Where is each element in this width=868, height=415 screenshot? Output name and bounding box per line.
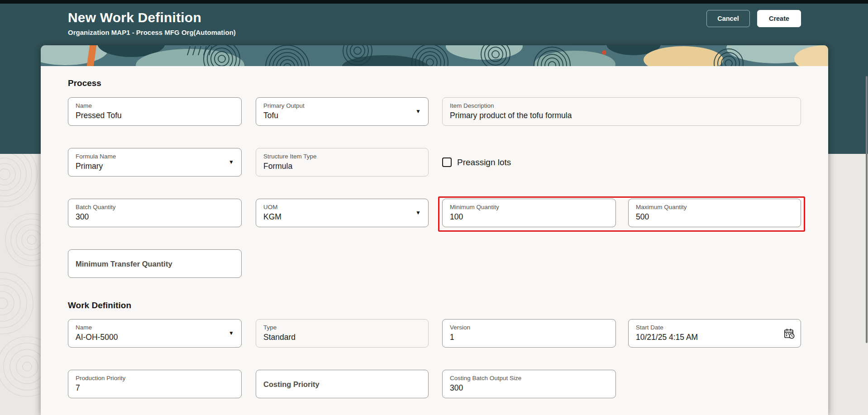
work-definition-name-select[interactable]: Name AI-OH-5000 ▼ [68, 319, 242, 348]
vertical-scrollbar-thumb[interactable] [866, 76, 868, 343]
calendar-clock-icon[interactable] [783, 328, 795, 339]
production-priority-field[interactable]: Production Priority 7 [68, 370, 242, 398]
item-description-field: Item Description Primary product of the … [442, 97, 801, 126]
work-definition-row-1: Name AI-OH-5000 ▼ Type Standard Version … [68, 319, 802, 348]
maximum-quantity-value: 500 [636, 211, 782, 222]
costing-batch-output-size-value: 300 [450, 382, 597, 393]
uom-select[interactable]: UOM KGM ▼ [256, 199, 429, 227]
name-value: Pressed Tofu [76, 110, 223, 121]
batch-quantity-value: 300 [76, 211, 223, 222]
costing-priority-field[interactable]: Costing Priority [256, 370, 429, 398]
production-priority-label: Production Priority [76, 374, 223, 382]
process-section-title: Process [68, 78, 828, 89]
chevron-down-icon: ▼ [415, 108, 421, 114]
formula-name-value: Primary [76, 161, 223, 172]
process-row-4: Minimum Transfer Quantity [68, 249, 802, 278]
create-button[interactable]: Create [757, 10, 801, 27]
start-date-label: Start Date [636, 324, 782, 331]
preassign-lots-label: Preassign lots [457, 157, 511, 167]
process-row-2: Formula Name Primary ▼ Structure Item Ty… [68, 148, 802, 176]
quantity-group: Minimum Quantity 100 Maximum Quantity 50… [442, 199, 801, 227]
work-definition-section-title: Work Definition [68, 300, 828, 311]
uom-label: UOM [263, 203, 410, 211]
production-priority-value: 7 [76, 382, 223, 393]
minimum-quantity-label: Minimum Quantity [450, 203, 597, 211]
structure-item-type-label: Structure Item Type [263, 153, 410, 160]
work-definition-name-label: Name [76, 324, 223, 331]
preassign-lots-row: Preassign lots [442, 148, 511, 176]
window-top-edge [0, 0, 868, 4]
preassign-lots-checkbox[interactable] [442, 157, 452, 167]
uom-value: KGM [263, 211, 410, 222]
chevron-down-icon: ▼ [229, 159, 234, 165]
chevron-down-icon: ▼ [229, 330, 234, 336]
version-label: Version [450, 324, 597, 331]
new-work-definition-page: New Work Definition Organization MAP1 - … [0, 0, 868, 415]
page-title: New Work Definition [68, 10, 236, 25]
work-definition-form-card: Process Name Pressed Tofu Primary Output… [41, 45, 828, 415]
structure-item-type-value: Formula [263, 161, 410, 172]
maximum-quantity-field[interactable]: Maximum Quantity 500 [628, 199, 801, 227]
process-row-3: Batch Quantity 300 UOM KGM ▼ Minimum Qua… [68, 199, 802, 227]
work-definition-row-2: Production Priority 7 Costing Priority C… [68, 370, 802, 398]
page-subtitle: Organization MAP1 - Process MFG Org(Auto… [68, 29, 236, 36]
type-value: Standard [263, 332, 410, 343]
costing-priority-label: Costing Priority [263, 380, 410, 389]
batch-quantity-label: Batch Quantity [76, 203, 223, 211]
type-label: Type [263, 324, 410, 331]
minimum-transfer-quantity-field[interactable]: Minimum Transfer Quantity [68, 249, 242, 278]
page-header: New Work Definition Organization MAP1 - … [68, 10, 236, 36]
formula-name-select[interactable]: Formula Name Primary ▼ [68, 148, 242, 176]
version-value: 1 [450, 332, 597, 343]
minimum-transfer-quantity-label: Minimum Transfer Quantity [76, 259, 223, 268]
work-definition-name-value: AI-OH-5000 [76, 332, 223, 343]
minimum-quantity-field[interactable]: Minimum Quantity 100 [442, 199, 616, 227]
primary-output-select[interactable]: Primary Output Tofu ▼ [256, 97, 429, 126]
decorative-banner [41, 45, 828, 66]
name-field[interactable]: Name Pressed Tofu [68, 97, 242, 126]
start-date-field[interactable]: Start Date 10/21/25 4:15 AM [628, 319, 801, 348]
primary-output-value: Tofu [263, 110, 410, 121]
process-row-1: Name Pressed Tofu Primary Output Tofu ▼ … [68, 97, 802, 126]
form-content: Process Name Pressed Tofu Primary Output… [41, 66, 828, 398]
start-date-value: 10/21/25 4:15 AM [636, 332, 782, 343]
maximum-quantity-label: Maximum Quantity [636, 203, 782, 211]
item-description-value: Primary product of the tofu formula [450, 110, 782, 121]
batch-quantity-field[interactable]: Batch Quantity 300 [68, 199, 242, 227]
item-description-label: Item Description [450, 102, 782, 110]
formula-name-label: Formula Name [76, 153, 223, 160]
minimum-quantity-value: 100 [450, 211, 597, 222]
costing-batch-output-size-label: Costing Batch Output Size [450, 374, 597, 382]
type-field: Type Standard [256, 319, 429, 348]
chevron-down-icon: ▼ [415, 210, 421, 216]
cancel-button[interactable]: Cancel [706, 10, 750, 27]
structure-item-type-field: Structure Item Type Formula [256, 148, 429, 176]
costing-batch-output-size-field[interactable]: Costing Batch Output Size 300 [442, 370, 616, 398]
primary-output-label: Primary Output [263, 102, 410, 110]
header-actions: Cancel Create [706, 10, 801, 27]
name-label: Name [76, 102, 223, 110]
version-field[interactable]: Version 1 [442, 319, 616, 348]
